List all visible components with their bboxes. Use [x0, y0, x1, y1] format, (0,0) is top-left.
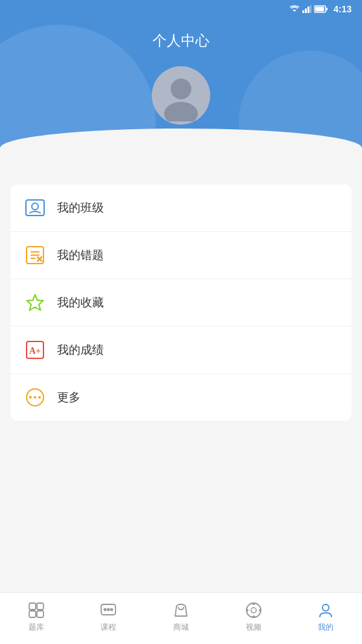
hero-section: 个人中心 [0, 18, 362, 167]
menu-item-my-class[interactable]: 我的班级 [10, 184, 352, 232]
svg-rect-1 [302, 10, 304, 13]
svg-rect-27 [29, 611, 36, 617]
class-icon [23, 196, 47, 219]
svg-rect-2 [305, 8, 307, 13]
svg-point-37 [246, 610, 248, 612]
menu-label-my-mistakes: 我的错题 [57, 247, 104, 263]
more-icon [23, 386, 47, 409]
menu-item-my-favorites[interactable]: 我的收藏 [10, 279, 352, 327]
nav-label-mine: 我的 [318, 622, 333, 633]
svg-rect-6 [315, 7, 324, 12]
svg-rect-26 [37, 603, 43, 610]
svg-point-24 [38, 396, 41, 399]
nav-item-shop[interactable]: 商城 [145, 601, 217, 636]
svg-rect-25 [29, 603, 36, 610]
svg-point-38 [259, 610, 261, 612]
menu-list: 我的班级 我的错题 我的收藏 [10, 184, 352, 421]
status-icons: 4:13 [289, 4, 352, 14]
status-time: 4:13 [333, 4, 352, 14]
menu-item-my-scores[interactable]: A+ 我的成绩 [10, 327, 352, 374]
svg-point-39 [322, 604, 329, 611]
menu-item-more[interactable]: 更多 [10, 374, 352, 421]
menu-label-my-class: 我的班级 [57, 200, 104, 216]
menu-label-my-favorites: 我的收藏 [57, 295, 104, 310]
video-icon [245, 601, 263, 619]
svg-point-36 [252, 616, 254, 618]
svg-point-32 [110, 608, 113, 611]
svg-point-30 [104, 608, 106, 611]
scores-icon: A+ [23, 338, 47, 362]
svg-point-11 [32, 203, 38, 210]
mine-icon [317, 601, 335, 619]
hero-wave [0, 129, 362, 167]
svg-marker-18 [27, 295, 43, 310]
svg-point-22 [29, 396, 32, 399]
avatar-icon [155, 69, 207, 121]
menu-item-my-mistakes[interactable]: 我的错题 [10, 232, 352, 279]
svg-point-9 [164, 102, 198, 121]
nav-item-question-bank[interactable]: 题库 [0, 601, 73, 636]
nav-label-courses: 课程 [101, 622, 116, 633]
menu-label-my-scores: 我的成绩 [57, 342, 104, 358]
svg-point-33 [247, 603, 261, 617]
avatar[interactable] [152, 66, 210, 125]
menu-label-more: 更多 [57, 390, 80, 405]
svg-rect-7 [326, 8, 328, 10]
svg-rect-3 [308, 6, 309, 13]
nav-item-courses[interactable]: 课程 [73, 601, 145, 636]
status-bar: 4:13 [0, 0, 362, 18]
question-bank-icon [27, 601, 45, 619]
svg-point-34 [251, 608, 256, 613]
star-icon [23, 291, 47, 314]
nav-item-mine[interactable]: 我的 [289, 601, 362, 636]
svg-point-8 [171, 79, 191, 99]
svg-rect-10 [26, 200, 44, 216]
svg-marker-0 [293, 10, 296, 12]
svg-point-23 [34, 396, 36, 399]
avatar-container[interactable] [152, 66, 210, 125]
svg-rect-28 [37, 611, 43, 617]
nav-label-shop: 商城 [173, 622, 189, 633]
svg-text:A+: A+ [29, 346, 41, 356]
content-area: 我的班级 我的错题 我的收藏 [0, 167, 362, 421]
svg-point-35 [252, 603, 254, 605]
svg-point-31 [107, 608, 110, 611]
mistakes-icon [23, 243, 47, 267]
page-title: 个人中心 [152, 31, 210, 51]
nav-item-video[interactable]: 视频 [217, 601, 290, 636]
nav-label-video: 视频 [246, 622, 261, 633]
bottom-nav: 题库 课程 商城 [0, 592, 362, 644]
nav-label-question-bank: 题库 [29, 622, 44, 633]
shop-icon [172, 601, 190, 619]
svg-rect-4 [310, 5, 311, 13]
courses-icon [99, 601, 117, 619]
